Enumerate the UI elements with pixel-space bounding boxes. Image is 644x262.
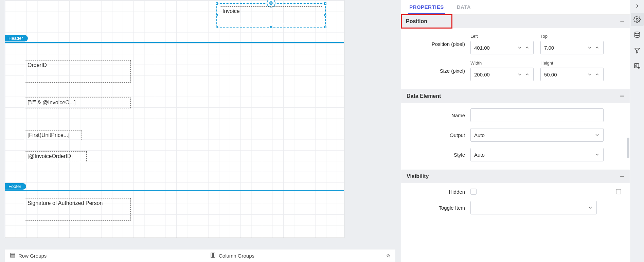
design-surface[interactable]: Invoice Header OrderID ["#" & @InvoiceO.… bbox=[5, 0, 344, 238]
band-header[interactable]: Header bbox=[5, 35, 28, 41]
section-title-position: Position bbox=[406, 18, 427, 24]
label-toggle-item: Toggle Item bbox=[409, 205, 470, 211]
report-canvas-area: Invoice Header OrderID ["#" & @InvoiceO.… bbox=[0, 0, 401, 262]
section-header-visibility[interactable]: Visibility − bbox=[401, 170, 630, 183]
textbox-orderid[interactable]: OrderID bbox=[25, 60, 131, 83]
column-groups-button[interactable]: Column Groups bbox=[205, 252, 259, 259]
rail-data-icon[interactable] bbox=[631, 29, 644, 41]
cap-width: Width bbox=[470, 60, 534, 66]
label-name: Name bbox=[409, 112, 470, 118]
label-hidden: Hidden bbox=[409, 189, 470, 195]
input-height[interactable]: 50.00 bbox=[540, 68, 604, 81]
footer-divider bbox=[5, 190, 344, 191]
svg-rect-3 bbox=[211, 253, 212, 258]
rail-expand-icon[interactable] bbox=[631, 2, 644, 10]
textbox-hash-invoice[interactable]: ["#" & @InvoiceO...] bbox=[25, 98, 131, 108]
chevron-down-icon bbox=[588, 205, 593, 210]
scrollbar-thumb[interactable] bbox=[627, 138, 629, 158]
svg-rect-1 bbox=[10, 255, 15, 256]
label-position-pixel: Position (pixel) bbox=[409, 41, 470, 47]
svg-point-8 bbox=[634, 32, 640, 34]
chevron-down-icon bbox=[594, 152, 600, 157]
input-left[interactable]: 401.00 bbox=[470, 41, 534, 54]
label-output: Output bbox=[409, 132, 470, 138]
chevron-down-icon bbox=[594, 132, 600, 138]
rail-properties-icon[interactable] bbox=[631, 13, 644, 26]
svg-rect-5 bbox=[214, 253, 215, 258]
section-header-position-row[interactable]: Position − bbox=[401, 15, 630, 28]
groups-bar: Row Groups Column Groups bbox=[5, 249, 395, 262]
side-rail bbox=[630, 0, 644, 262]
value-top: 7.00 bbox=[544, 45, 554, 51]
svg-rect-6 bbox=[616, 189, 621, 194]
band-footer[interactable]: Footer bbox=[5, 183, 26, 190]
tab-properties[interactable]: PROPERTIES bbox=[408, 0, 445, 14]
row-groups-label: Row Groups bbox=[18, 253, 47, 259]
textbox-invoice-label: Invoice bbox=[220, 6, 322, 24]
rail-image-settings-icon[interactable] bbox=[631, 60, 644, 73]
select-toggle-item[interactable] bbox=[470, 201, 597, 214]
checkbox-hidden[interactable] bbox=[470, 189, 477, 195]
input-width[interactable]: 200.00 bbox=[470, 68, 534, 81]
selected-textbox-invoice[interactable]: Invoice bbox=[216, 3, 326, 28]
fx-icon[interactable] bbox=[615, 189, 622, 195]
textbox-first-unitprice[interactable]: [First(UnitPrice...] bbox=[25, 130, 82, 141]
cap-left: Left bbox=[470, 34, 534, 39]
svg-point-7 bbox=[636, 18, 638, 20]
label-size-pixel: Size (pixel) bbox=[409, 68, 470, 74]
svg-rect-0 bbox=[10, 253, 15, 254]
value-width: 200.00 bbox=[474, 72, 490, 77]
cap-height: Height bbox=[540, 60, 604, 66]
svg-point-10 bbox=[636, 65, 637, 66]
value-style: Auto bbox=[474, 152, 485, 158]
svg-rect-4 bbox=[213, 253, 214, 258]
columns-icon bbox=[210, 252, 216, 259]
column-groups-label: Column Groups bbox=[219, 253, 254, 259]
collapse-icon[interactable]: − bbox=[620, 17, 630, 26]
groups-collapse-icon[interactable] bbox=[385, 252, 391, 259]
textbox-signature[interactable]: Signature of Authorized Person bbox=[25, 198, 131, 221]
cap-top: Top bbox=[540, 34, 604, 39]
value-height: 50.00 bbox=[544, 72, 557, 77]
input-top[interactable]: 7.00 bbox=[540, 41, 604, 54]
header-divider bbox=[5, 42, 344, 43]
section-title-data-element: Data Element bbox=[407, 93, 441, 99]
svg-rect-2 bbox=[10, 256, 15, 257]
row-groups-button[interactable]: Row Groups bbox=[5, 252, 51, 259]
svg-point-11 bbox=[638, 67, 640, 69]
section-title-visibility: Visibility bbox=[407, 173, 429, 179]
input-name[interactable] bbox=[470, 108, 604, 122]
properties-panel: PROPERTIES DATA Position − Position (pix… bbox=[401, 0, 630, 262]
tab-data[interactable]: DATA bbox=[455, 0, 472, 14]
rows-icon bbox=[10, 252, 16, 259]
select-output[interactable]: Auto bbox=[470, 128, 604, 142]
rail-filter-icon[interactable] bbox=[631, 44, 644, 57]
section-header-position: Position bbox=[401, 15, 452, 28]
value-output: Auto bbox=[474, 132, 485, 138]
select-style[interactable]: Auto bbox=[470, 148, 604, 161]
label-style: Style bbox=[409, 152, 470, 158]
value-left: 401.00 bbox=[474, 45, 490, 51]
section-header-data-element[interactable]: Data Element − bbox=[401, 89, 630, 103]
textbox-at-invoiceorderid[interactable]: [@InvoiceOrderID] bbox=[25, 151, 87, 162]
